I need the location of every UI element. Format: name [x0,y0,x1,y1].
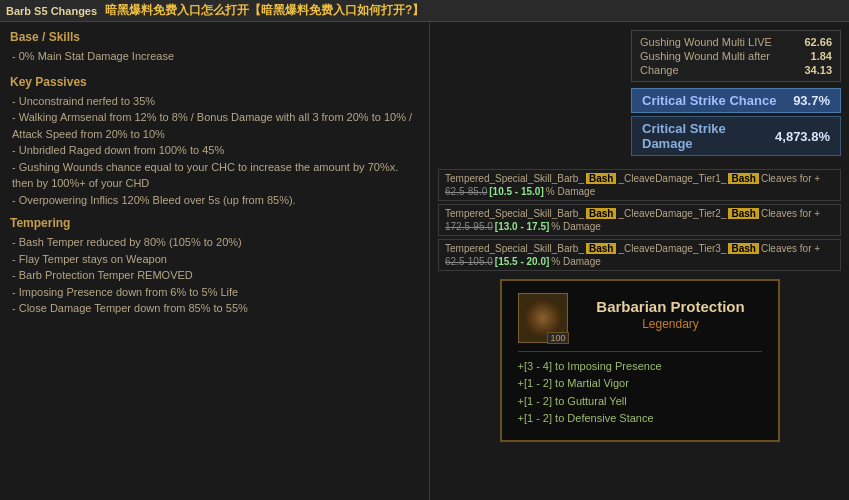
divider-1 [518,351,762,352]
stat-change-label: Change [640,64,679,76]
main-content: Base / Skills - 0% Main Stat Damage Incr… [0,22,849,500]
range-old-0: 62.5-85.0 [445,186,487,197]
tempered-end-1: % Damage [551,221,600,232]
base-skills-item-0: - 0% Main Stat Damage Increase [10,48,419,65]
item-stat-3: +[1 - 2] to Defensive Stance [518,410,762,427]
stat-gushing-after-value: 1.84 [811,50,832,62]
range-old-2: 62.5-105.0 [445,256,493,267]
tag-bash-1a: Bash [586,208,616,219]
tag-bash-2a: Bash [586,243,616,254]
crit-chance-box: Critical Strike Chance 93.7% [631,88,841,113]
stat-change: Change 34.13 [640,63,832,77]
crit-chance-value: 93.7% [793,93,830,108]
top-right-area: Gushing Wound Multi LIVE 62.66 Gushing W… [438,30,841,159]
item-stat-1: +[1 - 2] to Martial Vigor [518,375,762,392]
tempered-item-1: Tempered_Special_Skill_Barb_Bash_CleaveD… [438,204,841,236]
tempered-prefix-1: Tempered_Special_Skill_Barb_ [445,208,584,219]
tempering-item-2: - Barb Protection Temper REMOVED [10,267,419,284]
stat-change-value: 34.13 [804,64,832,76]
left-panel: Base / Skills - 0% Main Stat Damage Incr… [0,22,430,500]
stat-gushing-live-label: Gushing Wound Multi LIVE [640,36,772,48]
item-type: Legendary [580,317,762,331]
range-new-0: [10.5 - 15.0] [489,186,543,197]
tag-bash-1b: Bash [728,208,758,219]
tempered-end-2: % Damage [551,256,600,267]
crit-damage-box: Critical Strike Damage 4,873.8% [631,116,841,156]
range-new-2: [15.5 - 20.0] [495,256,549,267]
crit-damage-label: Critical Strike Damage [642,121,775,151]
range-new-1: [13.0 - 17.5] [495,221,549,232]
key-passives-item-2: - Unbridled Raged down from 100% to 45% [10,142,419,159]
right-panel: Gushing Wound Multi LIVE 62.66 Gushing W… [430,22,849,500]
tag-bash-0a: Bash [586,173,616,184]
item-name: Barbarian Protection [580,298,762,315]
item-icon-inner [525,300,561,336]
tempered-item-2: Tempered_Special_Skill_Barb_Bash_CleaveD… [438,239,841,271]
tempered-middle-1: _CleaveDamage_Tier2_ [618,208,726,219]
item-icon: 100 [518,293,568,343]
item-tooltip: 100 Barbarian Protection Legendary +[3 -… [500,279,780,442]
crit-damage-value: 4,873.8% [775,129,830,144]
stats-table: Gushing Wound Multi LIVE 62.66 Gushing W… [631,30,841,82]
tempering-item-0: - Bash Temper reduced by 80% (105% to 20… [10,234,419,251]
tempered-suffix-1: Cleaves for + [761,208,820,219]
tempered-prefix-0: Tempered_Special_Skill_Barb_ [445,173,584,184]
level-badge: 100 [547,332,568,344]
range-old-1: 172.5-95.0 [445,221,493,232]
key-passives-header: Key Passives [10,75,419,89]
tempering-item-1: - Flay Temper stays on Weapon [10,251,419,268]
banner-chinese: 暗黑爆料免费入口怎么打开【暗黑爆料免费入口如何打开?】 [105,2,424,19]
tempered-item-0: Tempered_Special_Skill_Barb_Bash_CleaveD… [438,169,841,201]
stat-gushing-after-label: Gushing Wound Multi after [640,50,770,62]
key-passives-item-0: - Unconstraind nerfed to 35% [10,93,419,110]
tag-bash-0b: Bash [728,173,758,184]
tempering-item-3: - Imposing Presence down from 6% to 5% L… [10,284,419,301]
key-passives-item-4: - Overpowering Inflics 120% Bleed over 5… [10,192,419,209]
tempered-suffix-0: Cleaves for + [761,173,820,184]
top-banner: Barb S5 Changes 暗黑爆料免费入口怎么打开【暗黑爆料免费入口如何打… [0,0,849,22]
crit-chance-label: Critical Strike Chance [642,93,776,108]
key-passives-item-3: - Gushing Wounds chance equal to your CH… [10,159,419,192]
tempering-header: Tempering [10,216,419,230]
tempered-middle-0: _CleaveDamage_Tier1_ [618,173,726,184]
item-stat-0: +[3 - 4] to Imposing Presence [518,358,762,375]
tempered-section: Tempered_Special_Skill_Barb_Bash_CleaveD… [438,169,841,271]
tempered-suffix-2: Cleaves for + [761,243,820,254]
tempered-end-0: % Damage [546,186,595,197]
item-stat-2: +[1 - 2] to Guttural Yell [518,393,762,410]
tempered-middle-2: _CleaveDamage_Tier3_ [618,243,726,254]
banner-title: Barb S5 Changes [6,5,97,17]
stat-gushing-after: Gushing Wound Multi after 1.84 [640,49,832,63]
item-icon-row: 100 Barbarian Protection Legendary [518,293,762,343]
stat-gushing-live-value: 62.66 [804,36,832,48]
tempering-item-4: - Close Damage Temper down from 85% to 5… [10,300,419,317]
key-passives-item-1: - Walking Armsenal from 12% to 8% / Bonu… [10,109,419,142]
stat-gushing-live: Gushing Wound Multi LIVE 62.66 [640,35,832,49]
tag-bash-2b: Bash [728,243,758,254]
base-skills-header: Base / Skills [10,30,419,44]
tempered-prefix-2: Tempered_Special_Skill_Barb_ [445,243,584,254]
